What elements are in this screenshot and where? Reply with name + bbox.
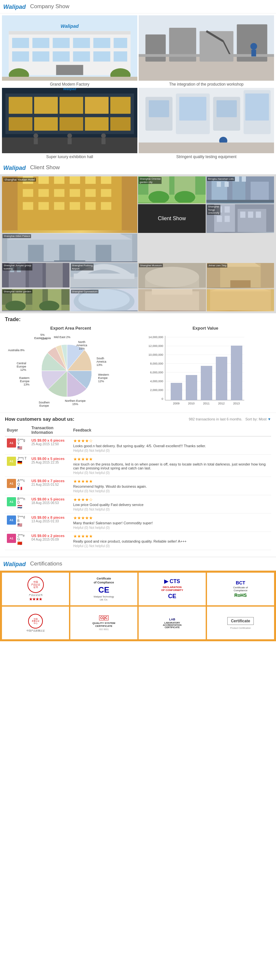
svg-text:2,000,000: 2,000,000 (150, 388, 163, 392)
pie-chart-svg: North America 15% South Ameica 13% Weste… (5, 333, 129, 408)
stars: ★★★★★ (73, 479, 269, 484)
svg-text:Walipad: Walipad (61, 24, 79, 29)
svg-rect-70 (70, 177, 80, 184)
tongji-label: ShanghaiTongjiUniversity (207, 205, 220, 215)
factory-image-cell: Walipad Grand Modern Factory (2, 15, 137, 87)
svg-rect-109 (248, 212, 253, 218)
tx-date: 04 Aug 2015 05:09 (31, 538, 69, 541)
charts-row: Export Area Percent (5, 326, 271, 409)
svg-rect-72 (101, 177, 112, 184)
buyer-name: S***g Y (18, 438, 27, 445)
trade-title: Trade: (5, 317, 271, 323)
cert-walipad-logo: Walipad (3, 560, 26, 568)
svg-rect-84 (101, 202, 112, 210)
table-row: A1 B***n D 🇳🇱 US $9.00 x 5 pieces 18 Aug… (5, 495, 271, 514)
client-lian: Jinhai Lian Ting (207, 263, 274, 288)
svg-text:South: South (96, 357, 104, 360)
client-gibei: Shanghai Gibei Palace (2, 234, 137, 262)
exhibition-caption: Super luxury exhibition hall (46, 154, 93, 159)
svg-text:12,000,000: 12,000,000 (148, 344, 163, 348)
workshop-caption: The integration of the production worksh… (169, 82, 243, 87)
pie-chart-wrapper: North America 15% South Ameica 13% Weste… (5, 333, 129, 408)
svg-rect-129 (73, 274, 134, 279)
table-header-row: Buyer Transaction Information Feedback (5, 424, 271, 436)
cert-quality-system: CQC QUALITY SYSTEMCERTIFICATE ISO 9001 (70, 607, 137, 639)
company-show-section: Walipad Company Show (0, 0, 276, 161)
compliance1-text: Walipad TechnologyLtd. Co. (94, 595, 114, 601)
svg-text:Europe: Europe (98, 376, 108, 380)
buyer-name: T***d B (18, 515, 27, 523)
customers-title: How customers say about us: (5, 416, 75, 422)
buyer-cell: A1 T***d B 🇺🇸 (5, 514, 29, 532)
customers-table: Buyer Transaction Information Feedback A… (5, 424, 271, 550)
svg-rect-63 (139, 142, 274, 153)
helpful-text: Helpful (0) Not helpful (0) (73, 471, 269, 475)
svg-point-46 (34, 133, 38, 138)
svg-rect-39 (9, 117, 32, 130)
table-row: A1 S***g Y 🇺🇸 US $9.00 x 6 pieces 25 Aug… (5, 436, 271, 455)
svg-rect-99 (235, 177, 239, 181)
bar-chart-svg: 14,000,000 12,000,000 10,000,000 8,000,0… (140, 333, 251, 408)
junyao-label: Shanghai Junyao groupbuilding (3, 264, 32, 270)
svg-rect-8 (93, 38, 110, 48)
client-show-header: Walipad Client Show (0, 161, 276, 175)
buyer-flag: 🇳🇱 (18, 504, 27, 509)
buyer-avatar: A1 (7, 438, 16, 447)
svg-text:2011: 2011 (203, 402, 210, 405)
svg-rect-87 (138, 195, 206, 202)
quality-logos: CQC (99, 616, 108, 620)
tx-date: 21 Aug 2015 01:52 (31, 483, 69, 487)
svg-rect-34 (9, 97, 32, 114)
ce-mark: CE (99, 585, 109, 595)
transactions-count: 982 transactions in last 6 months. (189, 417, 242, 421)
customers-tbody: A1 S***g Y 🇺🇸 US $9.00 x 6 pieces 25 Aug… (5, 436, 271, 550)
svg-rect-7 (73, 38, 90, 48)
client-show-section: Walipad Client Show Shanghai Youtian Hot… (0, 161, 276, 313)
cert-bct: BCT Certificate ofCompliance RoHS (207, 573, 274, 605)
svg-rect-3 (9, 31, 131, 34)
svg-text:6,000,000: 6,000,000 (150, 371, 163, 374)
tx-price: US $9.00 x 8 pieces (31, 515, 69, 519)
feedback-text: Many thanks! Salesman super! Commodity s… (73, 521, 269, 525)
svg-rect-58 (217, 100, 237, 117)
col-feedback: Feedback (71, 424, 271, 436)
cn-cert-text: 产品认证证书 (29, 593, 43, 597)
transaction-cell: US $9.00 x 7 pieces 21 Aug 2015 01:52 (29, 477, 71, 495)
walipad-logo: Walipad (3, 3, 26, 10)
gymnasium-label: Shanghai Gymnasium (71, 290, 99, 293)
transaction-cell: US $9.00 x 2 pieces 04 Aug 2015 05:09 (29, 532, 71, 550)
svg-text:Walipad: Walipad (3, 3, 26, 10)
svg-rect-71 (85, 177, 96, 184)
lab-title: LABORATORYACCREDITATIONCERTIFICATE (163, 622, 182, 628)
svg-rect-110 (256, 212, 261, 218)
svg-text:2010: 2010 (188, 402, 195, 405)
svg-text:15%: 15% (79, 347, 85, 350)
client-extra1 (138, 289, 206, 311)
svg-rect-60 (245, 94, 269, 121)
svg-text:Europe: Europe (20, 380, 29, 383)
workshop-image-cell: The integration of the production worksh… (139, 15, 274, 87)
svg-rect-100 (242, 177, 246, 181)
client-extra2 (207, 289, 274, 311)
svg-rect-95 (250, 181, 269, 202)
svg-text:14,000,000: 14,000,000 (148, 336, 163, 339)
customers-section: How customers say about us: 982 transact… (0, 412, 276, 554)
bar-chart-title: Export Value (140, 326, 271, 331)
svg-rect-83 (85, 202, 96, 210)
svg-rect-118 (54, 260, 85, 261)
transaction-cell: US $9.00 x 8 pieces 13 Aug 2015 01:33 (29, 514, 71, 532)
transaction-cell: US $9.00 x 5 pieces 25 Aug 2015 22:35 (29, 455, 71, 477)
tx-price: US $9.00 x 5 pieces (31, 457, 69, 461)
svg-text:13%: 13% (24, 383, 29, 386)
sort-dropdown[interactable]: ▼ (268, 417, 271, 421)
quality-caption: Stringent quality testing equipment (176, 154, 236, 159)
exhibition-image: Walipad (2, 88, 137, 153)
feedback-text: nice touch on the press buttons, led is … (73, 462, 269, 470)
svg-rect-78 (101, 189, 112, 197)
svg-rect-10 (12, 51, 29, 61)
svg-point-48 (67, 133, 72, 138)
client-museum: Shanghai Museum (138, 263, 206, 288)
svg-text:4,000,000: 4,000,000 (150, 380, 163, 383)
transaction-cell: US $9.00 x 6 pieces 25 Aug 2015 12:50 (29, 436, 71, 455)
svg-text:Mid East 2%: Mid East 2% (54, 336, 71, 339)
